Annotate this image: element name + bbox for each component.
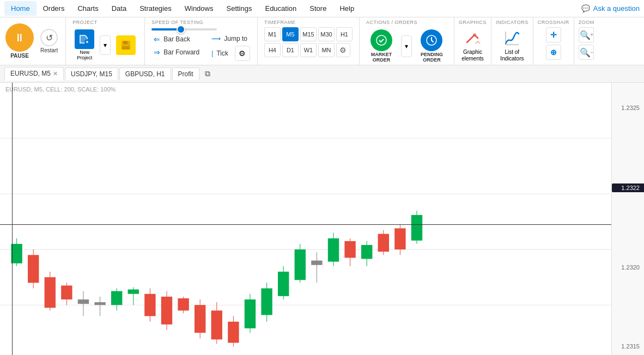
tf-h4[interactable]: H4 (264, 43, 281, 57)
menu-item-data[interactable]: Data (105, 1, 133, 16)
svg-rect-17 (28, 255, 39, 283)
tf-m5[interactable]: M5 (282, 27, 299, 41)
graphic-elements-button[interactable] (461, 27, 483, 49)
project-buttons: NewProject ▾ (72, 27, 138, 63)
timeframe-settings-button[interactable]: ⚙ (336, 43, 350, 57)
new-project-button[interactable]: NewProject (72, 27, 96, 63)
menu-item-settings[interactable]: Settings (220, 1, 258, 16)
market-order-button[interactable]: MARKETORDER (366, 27, 397, 65)
jump-to-button[interactable]: ⟿ Jump to (208, 34, 251, 44)
svg-rect-27 (111, 291, 122, 305)
chart-info: EURUSD, M5, CELL: 200, SCALE: 100% (5, 86, 116, 93)
price-mid: 1.2320 (612, 264, 644, 271)
new-project-icon (75, 29, 94, 49)
project-section: PROJECT NewProject ▾ (66, 17, 145, 65)
chart-area: EURUSD, M5, CELL: 200, SCALE: 100% 1.232… (0, 83, 644, 355)
graphics-section: GRAPHICS Graphicelements (454, 17, 491, 65)
ask-question-button[interactable]: 💬 Ask a question (581, 4, 640, 13)
tick-settings-button[interactable]: ⚙ (235, 46, 250, 61)
svg-rect-43 (245, 299, 256, 328)
speed-label: SPEED OF TESTING (151, 20, 251, 28)
menu-item-orders[interactable]: Orders (37, 1, 71, 16)
tf-h1[interactable]: H1 (336, 27, 353, 41)
menu-item-charts[interactable]: Charts (71, 1, 105, 16)
project-label: PROJECT (72, 20, 98, 27)
svg-rect-19 (45, 277, 56, 308)
crosshair-line (0, 224, 611, 225)
svg-rect-51 (311, 261, 322, 265)
menu-bar: Home Orders Charts Data Strategies Windo… (0, 0, 644, 17)
svg-rect-4 (122, 46, 130, 50)
save-project-button[interactable] (114, 33, 138, 57)
candlestick-chart (0, 83, 611, 355)
bar-back-icon: ⇐ (154, 35, 160, 44)
graphic-elements-label: Graphicelements (461, 49, 484, 62)
svg-rect-39 (211, 310, 222, 339)
tf-mn[interactable]: MN (318, 43, 335, 57)
restart-icon: ↺ (40, 29, 58, 46)
svg-rect-31 (144, 294, 155, 316)
svg-rect-47 (278, 272, 289, 296)
crosshair-buttons: ✛ ⊕ (546, 27, 561, 60)
menu-item-windows[interactable]: Windows (178, 1, 220, 16)
bar-forward-button[interactable]: ⇒ Bar Forward (151, 47, 202, 58)
chart-tab-eurusd-m5[interactable]: EURUSD, M5 ✕ (4, 67, 64, 81)
svg-rect-15 (11, 244, 22, 264)
bar-back-button[interactable]: ⇐ Bar Back (151, 34, 202, 45)
menu-item-home[interactable]: Home (4, 1, 37, 16)
actions-row: MARKETORDER ▾ PENDINGORDER (366, 27, 447, 65)
svg-rect-3 (123, 41, 127, 44)
project-dropdown-arrow[interactable]: ▾ (100, 35, 111, 55)
graphics-label: GRAPHICS (459, 20, 487, 27)
tf-m30[interactable]: M30 (318, 27, 335, 41)
list-of-indicators-button[interactable] (501, 27, 523, 49)
svg-rect-61 (394, 228, 405, 249)
market-order-dropdown[interactable]: ▾ (401, 35, 412, 57)
chart-popup-icon[interactable]: ⧉ (205, 69, 210, 78)
svg-point-7 (473, 33, 476, 36)
svg-rect-57 (361, 245, 372, 259)
pending-order-button[interactable]: PENDINGORDER (416, 27, 447, 65)
tick-icon: | (211, 50, 213, 57)
actions-label: ACTIONS / ORDERS (366, 20, 447, 27)
list-of-indicators-label: List ofIndicators (500, 49, 524, 62)
restart-button[interactable]: ↺ Restart (38, 27, 60, 56)
menu-item-education[interactable]: Education (258, 1, 303, 16)
speed-slider-container[interactable] (151, 28, 251, 30)
crosshair-move-button[interactable]: ✛ (546, 27, 561, 42)
chart-tab-gbpusd-h1[interactable]: GBPUSD, H1 (119, 68, 171, 80)
tick-button[interactable]: | Tick (208, 48, 232, 58)
toolbar: ⏸ PAUSE ↺ Restart PROJECT (0, 17, 644, 65)
price-high: 1.2325 (612, 105, 644, 111)
tf-m1[interactable]: M1 (264, 27, 281, 41)
menu-item-strategies[interactable]: Strategies (133, 1, 178, 16)
tf-w1[interactable]: W1 (300, 43, 317, 57)
menu-item-store[interactable]: Store (303, 1, 333, 16)
pause-button[interactable]: ⏸ (5, 23, 34, 52)
pending-order-label: PENDINGORDER (421, 52, 443, 63)
chart-tab-usdjpy-m15[interactable]: USDJPY, M15 (65, 68, 118, 80)
zoom-in-button[interactable]: 🔍+ (579, 27, 594, 42)
market-order-icon (370, 29, 392, 51)
svg-rect-41 (228, 322, 239, 343)
zoom-out-button[interactable]: 🔍− (579, 45, 594, 60)
current-price: 1.2322 (612, 183, 644, 192)
svg-rect-59 (378, 234, 389, 252)
close-tab-eurusd[interactable]: ✕ (53, 70, 58, 77)
indicators-section: INDICATORS List ofIndicators (491, 17, 533, 65)
chart-tab-profit[interactable]: Profit (172, 68, 199, 80)
chart-tabs: EURUSD, M5 ✕ USDJPY, M15 GBPUSD, H1 Prof… (0, 65, 644, 83)
crosshair-label: CROSSHAIR (538, 20, 569, 27)
svg-rect-29 (128, 290, 139, 294)
crosshair-pan-button[interactable]: ⊕ (546, 45, 561, 60)
tf-d1[interactable]: D1 (282, 43, 299, 57)
zoom-section: ZOOM 🔍+ 🔍− (574, 17, 599, 65)
tf-m15[interactable]: M15 (300, 27, 317, 41)
speed-slider[interactable] (151, 28, 217, 30)
svg-rect-63 (411, 215, 422, 241)
pause-icon: ⏸ (14, 32, 25, 44)
svg-rect-21 (61, 285, 72, 299)
svg-rect-55 (344, 241, 355, 258)
timeframe-label: TIMEFRAME (264, 20, 353, 27)
menu-item-help[interactable]: Help (333, 1, 361, 16)
